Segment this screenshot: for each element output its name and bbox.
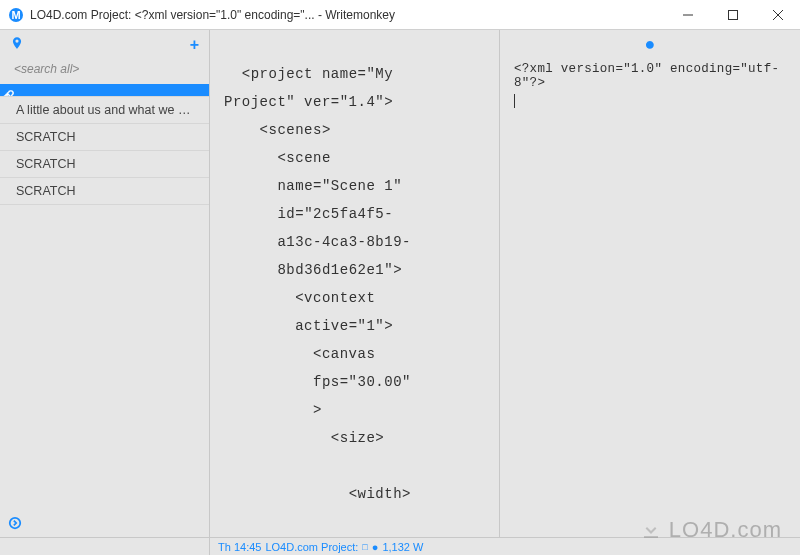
document-preview[interactable]: <project name="My Project" ver="1.4"> <s… [210, 30, 499, 537]
list-item[interactable]: SCRATCH [0, 178, 209, 205]
status-left [0, 538, 210, 555]
list-item[interactable]: A little about us and what we … [0, 97, 209, 124]
list-item[interactable] [0, 84, 209, 97]
editor-panel: ● <?xml version="1.0" encoding="utf-8"?> [500, 30, 800, 537]
titlebar: M LO4D.com Project: <?xml version="1.0" … [0, 0, 800, 30]
pin-icon[interactable] [10, 36, 24, 54]
svg-text:M: M [11, 9, 20, 21]
maximize-button[interactable] [710, 0, 755, 30]
app-icon: M [8, 7, 24, 23]
status-project: LO4D.com Project: [265, 541, 358, 553]
sidebar-footer-icon[interactable] [0, 512, 209, 537]
watermark: LO4D.com [639, 517, 782, 543]
download-icon [639, 518, 663, 542]
close-button[interactable] [755, 0, 800, 30]
document-list: A little about us and what we … SCRATCH … [0, 84, 209, 205]
center-panel: <project name="My Project" ver="1.4"> <s… [210, 30, 500, 537]
text-cursor [514, 94, 515, 108]
status-bullet-icon: ● [372, 541, 379, 553]
sidebar: + <search all> A little about us and wha… [0, 30, 210, 537]
modified-indicator-icon: ● [645, 34, 656, 55]
main-area: + <search all> A little about us and wha… [0, 30, 800, 537]
status-center: Th 14:45 LO4D.com Project: □ ● 1,132 W [210, 541, 431, 553]
editor-text: <?xml version="1.0" encoding="utf-8"?> [514, 62, 779, 90]
window-title: LO4D.com Project: <?xml version="1.0" en… [30, 8, 665, 22]
sidebar-header: + [0, 30, 209, 58]
list-item[interactable]: SCRATCH [0, 151, 209, 178]
search-input[interactable]: <search all> [10, 60, 199, 78]
project-box-icon: □ [362, 542, 367, 552]
minimize-button[interactable] [665, 0, 710, 30]
add-icon[interactable]: + [190, 36, 199, 54]
status-time: Th 14:45 [218, 541, 261, 553]
watermark-text: LO4D.com [669, 517, 782, 543]
editor-content[interactable]: <?xml version="1.0" encoding="utf-8"?> [500, 58, 800, 112]
list-item[interactable]: SCRATCH [0, 124, 209, 151]
status-wordcount: 1,132 W [382, 541, 423, 553]
window-controls [665, 0, 800, 29]
editor-header: ● [500, 30, 800, 58]
svg-rect-3 [728, 11, 737, 20]
